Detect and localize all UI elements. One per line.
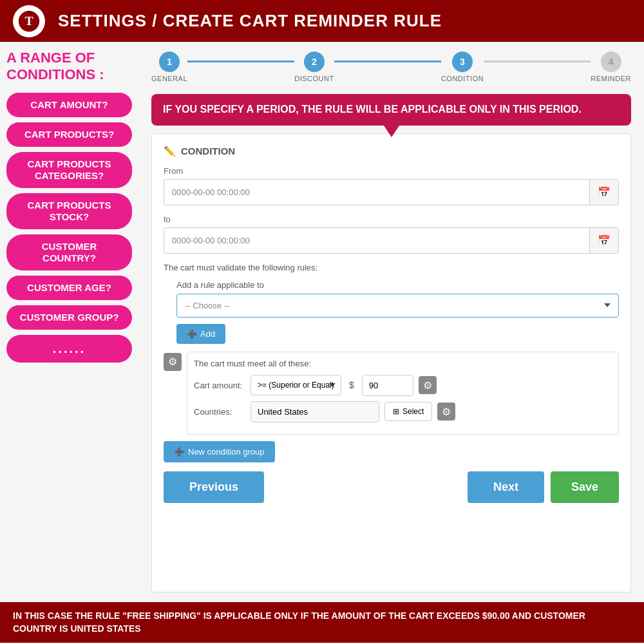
sidebar-btn-cart-amount[interactable]: CART AMOUNT? (6, 93, 132, 117)
next-button[interactable]: Next (468, 471, 544, 503)
sidebar-btn-customer-country[interactable]: CUSTOMER COUNTRY? (6, 234, 132, 270)
new-condition-group-btn[interactable]: ➕ New condition group (164, 441, 275, 462)
add-button-label: Add (200, 329, 215, 339)
remove-group-btn[interactable]: ⚙ (164, 353, 182, 371)
choose-select[interactable]: -- Choose -- (176, 294, 619, 317)
step-1-circle: 1 (159, 52, 180, 72)
step-3-circle: 3 (452, 52, 473, 72)
sidebar: A RANGE OF CONDITIONS : CART AMOUNT? CAR… (0, 42, 138, 602)
add-rule-label: Add a rule applicable to (176, 280, 619, 290)
select-btn-label: Select (402, 407, 424, 416)
step-2-label: DISCOUNT (294, 75, 334, 82)
validate-text: The cart must validate the following rul… (164, 263, 619, 272)
from-calendar-btn[interactable]: 📅 (589, 180, 618, 205)
grid-icon: ⊞ (393, 407, 399, 416)
main-layout: A RANGE OF CONDITIONS : CART AMOUNT? CAR… (0, 42, 644, 602)
step-4-label: REMINDER (591, 75, 631, 82)
from-input-row: 📅 (164, 179, 619, 205)
to-calendar-btn[interactable]: 📅 (589, 228, 618, 253)
nav-buttons: Previous Next Save (164, 462, 619, 508)
plus-new-icon: ➕ (174, 447, 184, 457)
steps-nav: 1 GENERAL 2 DISCOUNT 3 CONDITION 4 REMIN… (151, 52, 631, 82)
sidebar-btn-cart-products-categories[interactable]: CART PRODUCTS CATEGORIES? (6, 152, 132, 188)
step-2: 2 DISCOUNT (294, 52, 334, 82)
sidebar-title: A RANGE OF CONDITIONS : (6, 50, 132, 84)
tooltip-box: IF YOU SPECIFY A PERIOD, THE RULE WILL B… (151, 94, 631, 126)
step-3: 3 CONDITION (441, 52, 484, 82)
cart-amount-label: Cart amount: (194, 381, 245, 390)
condition-group: ⚙ The cart must meet all of these: Cart … (164, 352, 619, 435)
bottom-bar: IN THIS CASE THE RULE "FREE SHIPPING" IS… (0, 602, 644, 643)
sidebar-btn-cart-products[interactable]: CART PRODUCTS? (6, 122, 132, 147)
sidebar-btn-customer-age[interactable]: CUSTOMER AGE? (6, 276, 132, 300)
sidebar-btn-more[interactable]: ...... (6, 335, 132, 363)
page-header: T SETTINGS / CREATE CART REMINDER RULE (0, 0, 644, 42)
remove-countries-row-btn[interactable]: ⚙ (437, 402, 455, 421)
panel-header: ✏️ CONDITION (164, 146, 619, 157)
step-2-circle: 2 (304, 52, 325, 72)
step-4-circle: 4 (601, 52, 621, 72)
previous-button[interactable]: Previous (164, 471, 264, 503)
content-area: 1 GENERAL 2 DISCOUNT 3 CONDITION 4 REMIN… (138, 42, 644, 602)
to-label: to (164, 214, 619, 224)
amount-input[interactable] (362, 375, 413, 396)
app-logo: T (13, 5, 45, 37)
from-label: From (164, 166, 619, 176)
condition-panel: ✏️ CONDITION From 📅 to 📅 The cart must v… (151, 133, 631, 592)
step-1-label: GENERAL (151, 75, 187, 82)
tooltip-text: IF YOU SPECIFY A PERIOD, THE RULE WILL B… (163, 104, 582, 115)
currency-symbol: $ (346, 380, 357, 390)
new-group-label: New condition group (188, 447, 265, 457)
from-input[interactable] (164, 181, 589, 204)
countries-label: Countries: (194, 407, 245, 417)
pencil-icon: ✏️ (164, 146, 176, 157)
page-title: SETTINGS / CREATE CART REMINDER RULE (58, 11, 442, 31)
to-input-row: 📅 (164, 227, 619, 254)
cart-amount-row: Cart amount: >= (Superior or Equal) $ ⚙ (194, 375, 612, 396)
svg-text:T: T (24, 14, 33, 28)
step-3-label: CONDITION (441, 75, 484, 82)
meet-all-text: The cart must meet all of these: (194, 359, 612, 368)
condition-box: The cart must meet all of these: Cart am… (187, 352, 619, 435)
panel-title: CONDITION (181, 146, 235, 156)
step-line-2-3 (334, 61, 441, 62)
add-button[interactable]: ➕ Add (176, 324, 225, 344)
step-line-1-2 (187, 61, 294, 62)
tooltip-arrow (384, 126, 399, 137)
sidebar-btn-customer-group[interactable]: CUSTOMER GROUP? (6, 305, 132, 330)
remove-cart-row-btn[interactable]: ⚙ (419, 376, 437, 394)
select-countries-btn[interactable]: ⊞ Select (384, 402, 432, 421)
to-input[interactable] (164, 229, 589, 252)
operator-select[interactable]: >= (Superior or Equal) (251, 375, 341, 395)
nav-right-buttons: Next Save (468, 471, 619, 503)
sidebar-btn-cart-products-stock[interactable]: CART PRODUCTS STOCK? (6, 193, 132, 229)
bottom-bar-text: IN THIS CASE THE RULE "FREE SHIPPING" IS… (13, 611, 585, 634)
step-1: 1 GENERAL (151, 52, 187, 82)
save-button[interactable]: Save (551, 471, 619, 503)
countries-input[interactable] (251, 401, 379, 422)
countries-row: Countries: ⊞ Select ⚙ (194, 401, 612, 422)
step-4: 4 REMINDER (591, 52, 631, 82)
plus-icon: ➕ (187, 329, 197, 339)
choose-row: -- Choose -- (176, 294, 619, 317)
step-line-3-4 (484, 61, 591, 62)
